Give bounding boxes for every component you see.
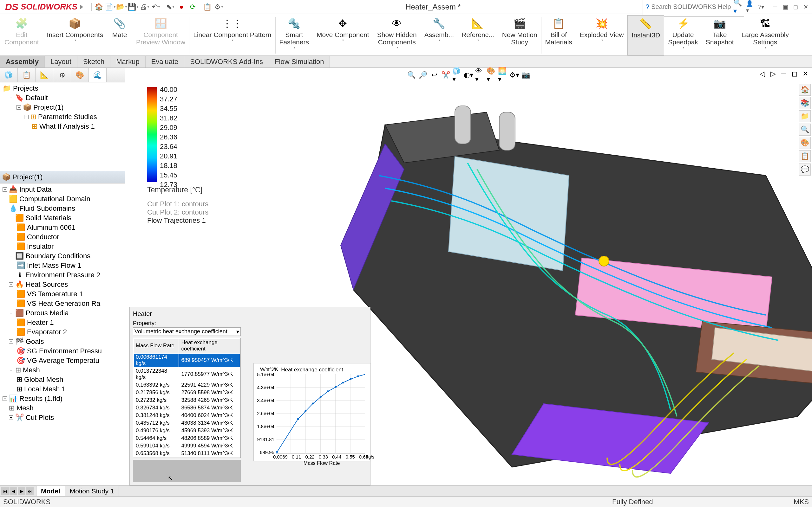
save-icon[interactable]: 💾▾ xyxy=(128,2,138,12)
tree-comp-domain[interactable]: 🟨Computational Domain xyxy=(1,194,123,204)
tree-insulator[interactable]: 🟧Insulator xyxy=(1,242,123,251)
table-row[interactable]: 0.27232 kg/s32588.4265 W/m^3/K xyxy=(134,397,240,404)
heater-properties-popup[interactable]: Heater Property: Volumetric heat exchang… xyxy=(130,307,370,486)
tree-projects-root[interactable]: 📁Projects xyxy=(1,83,123,93)
btab-first-icon[interactable]: ⏮ xyxy=(1,487,9,495)
tree-conductor[interactable]: 🟧Conductor xyxy=(1,232,123,242)
view-settings-icon[interactable]: ⚙▾ xyxy=(509,70,519,80)
scene-icon[interactable]: 🌅▾ xyxy=(498,70,507,80)
panel-tab-4-icon[interactable]: ⊕ xyxy=(53,68,71,82)
tree-global-mesh[interactable]: ⊞Global Mesh xyxy=(1,375,123,384)
zoom-area-icon[interactable]: 🔎 xyxy=(418,70,427,80)
table-row[interactable]: 0.326784 kg/s36586.5874 W/m^3/K xyxy=(134,404,240,411)
component-preview-button[interactable]: 🪟ComponentPreview Window xyxy=(132,15,189,55)
tree-vs-temp[interactable]: 🟧VS Temperature 1 xyxy=(1,289,123,299)
move-component-button[interactable]: ✥Move Component▾ xyxy=(313,15,373,55)
smart-fasteners-button[interactable]: 🔩SmartFasteners▾ xyxy=(275,15,313,55)
home-icon[interactable]: 🏠 xyxy=(94,2,104,12)
tree-heater1[interactable]: 🟧Heater 1 xyxy=(1,318,123,327)
search-input[interactable] xyxy=(651,3,731,10)
tab-flow-sim[interactable]: Flow Simulation xyxy=(269,56,330,67)
btab-last-icon[interactable]: ⏭ xyxy=(26,487,34,495)
tree-default[interactable]: −🔖Default xyxy=(1,93,123,103)
open-icon[interactable]: 📂▾ xyxy=(116,2,126,12)
tab-evaluate[interactable]: Evaluate xyxy=(146,56,185,67)
panel-tab-1-icon[interactable]: 🧊 xyxy=(0,68,18,82)
tree-local-mesh[interactable]: ⊞Local Mesh 1 xyxy=(1,384,123,394)
options-icon[interactable]: 📋 xyxy=(202,2,212,12)
tree-results-mesh[interactable]: ⊞Mesh xyxy=(1,403,123,413)
mate-button[interactable]: 📎Mate xyxy=(107,15,132,55)
tab-layout[interactable]: Layout xyxy=(45,56,78,67)
3d-viewport[interactable]: 🔍 🔎 ↩ ✂️ 🧊▾ ◐▾ 👁▾ 🎨▾ 🌅▾ ⚙▾ 📷 ◁ ▷ ─ ◻ ✕ 🏠… xyxy=(125,68,812,486)
section-icon[interactable]: ✂️ xyxy=(441,70,450,80)
project-header[interactable]: 📦Project(1) xyxy=(0,171,125,183)
table-row[interactable]: 0.435712 kg/s43038.3134 W/m^3/K xyxy=(134,419,240,427)
tree-mesh[interactable]: −⊞Mesh xyxy=(1,365,123,375)
tab-markup[interactable]: Markup xyxy=(110,56,145,67)
tree-boundary[interactable]: −🔲Boundary Conditions xyxy=(1,251,123,261)
property-select[interactable]: Volumetric heat exchange coefficient ▾ xyxy=(133,327,241,336)
tree-evap2[interactable]: 🟧Evaporator 2 xyxy=(1,327,123,337)
vp-next-icon[interactable]: ▷ xyxy=(768,69,778,78)
insert-components-button[interactable]: 📦Insert Components▾ xyxy=(43,15,107,55)
table-row[interactable]: 0.381248 kg/s40400.6024 W/m^3/K xyxy=(134,412,240,419)
table-row[interactable]: 0.013722348 kg/s1770.85977 W/m^3/K xyxy=(134,368,240,381)
legend-cut1[interactable]: Cut Plot 1: contours xyxy=(147,200,208,208)
tree-parametric[interactable]: −⊞Parametric Studies xyxy=(1,112,123,122)
table-row[interactable]: 0.490176 kg/s45969.5393 W/m^3/K xyxy=(134,427,240,434)
tab-sketch[interactable]: Sketch xyxy=(78,56,110,67)
select-icon[interactable]: ⬉▾ xyxy=(165,2,175,12)
large-assembly-button[interactable]: 🏗Large AssemblySettings▾ xyxy=(738,15,793,55)
restore-icon[interactable]: ▣ xyxy=(781,3,790,11)
snapshot-view-icon[interactable]: 📷 xyxy=(521,70,530,80)
table-row[interactable]: 0.217856 kg/s27669.5598 W/m^3/K xyxy=(134,389,240,396)
new-icon[interactable]: 📄▾ xyxy=(105,2,115,12)
rebuild-icon[interactable]: ⟳ xyxy=(188,2,198,12)
tree-cut-plots[interactable]: +✂️Cut Plots xyxy=(1,413,123,422)
settings-icon[interactable]: ⚙▾ xyxy=(213,2,223,12)
minimize-icon[interactable]: ─ xyxy=(771,3,780,11)
maximize-icon[interactable]: ◻ xyxy=(791,3,800,11)
close-icon[interactable]: ✕ xyxy=(801,3,810,11)
speedpak-button[interactable]: ⚡UpdateSpeedpak▾ xyxy=(664,15,702,55)
tree-goals[interactable]: −🏁Goals xyxy=(1,337,123,346)
edit-component-button[interactable]: 🧩EditComponent xyxy=(1,15,43,55)
tree-vg-avg[interactable]: 🎯VG Average Temperatu xyxy=(1,356,123,365)
view-orient-icon[interactable]: 🧊▾ xyxy=(452,70,462,80)
table-row[interactable]: 0.006861174 kg/s689.950457 W/m^3/K xyxy=(134,354,240,367)
legend-cut2[interactable]: Cut Plot 2: contours xyxy=(147,208,208,216)
show-hidden-button[interactable]: 👁Show HiddenComponents▾ xyxy=(373,15,420,55)
undo-icon[interactable]: ↶▾ xyxy=(151,2,161,12)
table-row[interactable]: 0.54464 kg/s48206.8589 W/m^3/K xyxy=(134,435,240,442)
status-units[interactable]: MKS xyxy=(794,498,809,506)
edit-appearance-icon[interactable]: 🎨▾ xyxy=(487,70,496,80)
bottom-tab-model[interactable]: Model xyxy=(36,486,65,496)
vp-min-icon[interactable]: ─ xyxy=(779,69,789,78)
print-icon[interactable]: 🖨▾ xyxy=(139,2,149,12)
tree-input-data[interactable]: −📥Input Data xyxy=(1,185,123,194)
tree-results[interactable]: −📊Results (1.fld) xyxy=(1,394,123,403)
bom-button[interactable]: 📋Bill ofMaterials xyxy=(542,15,576,55)
tree-sg-env[interactable]: 🎯SG Environment Pressu xyxy=(1,346,123,356)
help-dropdown-icon[interactable]: ?▾ xyxy=(757,3,766,11)
tree-solid-materials[interactable]: −🟧Solid Materials xyxy=(1,213,123,223)
rec-icon[interactable]: ● xyxy=(176,2,187,12)
assembly-features-button[interactable]: 🔧Assemb...▾ xyxy=(420,15,458,55)
zoom-fit-icon[interactable]: 🔍 xyxy=(407,70,416,80)
panel-tab-6-icon[interactable]: 🌊 xyxy=(89,68,107,82)
tree-heat-sources[interactable]: −🔥Heat Sources xyxy=(1,280,123,289)
display-style-icon[interactable]: ◐▾ xyxy=(464,70,473,80)
table-row[interactable]: 0.599104 kg/s49999.4594 W/m^3/K xyxy=(134,442,240,449)
tab-assembly[interactable]: Assembly xyxy=(0,56,45,67)
panel-tab-2-icon[interactable]: 📋 xyxy=(18,68,36,82)
btab-prev-icon[interactable]: ◀ xyxy=(9,487,17,495)
legend-flow[interactable]: Flow Trajectories 1 xyxy=(147,216,208,225)
tree-project1[interactable]: −📦Project(1) xyxy=(1,103,123,112)
motion-study-button[interactable]: 🎬New MotionStudy xyxy=(498,15,541,55)
search-icon[interactable]: 🔍▾ xyxy=(733,0,742,15)
tree-vs-heat[interactable]: 🟧VS Heat Generation Ra xyxy=(1,299,123,308)
tree-aluminum[interactable]: 🟧Aluminum 6061 xyxy=(1,223,123,232)
btab-next-icon[interactable]: ▶ xyxy=(18,487,26,495)
tab-addins[interactable]: SOLIDWORKS Add-Ins xyxy=(184,56,269,67)
